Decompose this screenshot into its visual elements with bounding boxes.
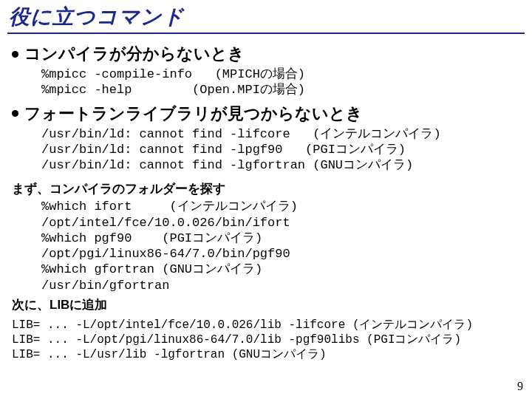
bullet-dot-icon — [12, 51, 18, 58]
title-underline — [7, 33, 525, 34]
bullet-2: フォートランライブラリが見つからないとき — [12, 103, 522, 125]
page-number: 9 — [517, 380, 523, 393]
code-block-4: LIB= ... -L/opt/intel/fce/10.0.026/lib -… — [12, 318, 522, 362]
slide-title: 役に立つコマンド — [9, 3, 185, 31]
slide-content: コンパイラが分からないとき %mpicc -compile-info (MPIC… — [12, 41, 522, 362]
code-block-1: %mpicc -compile-info (MPICHの場合) %mpicc -… — [41, 66, 522, 98]
code-block-3: %which ifort (インテルコンパイラ) /opt/intel/fce/… — [41, 199, 522, 293]
bullet-1: コンパイラが分からないとき — [12, 43, 522, 65]
bullet-2-text: フォートランライブラリが見つからないとき — [24, 103, 363, 125]
slide: 役に立つコマンド コンパイラが分からないとき %mpicc -compile-i… — [0, 0, 532, 399]
bullet-dot-icon — [12, 110, 18, 117]
bullet-1-text: コンパイラが分からないとき — [24, 43, 245, 65]
code-block-2: /usr/bin/ld: cannot find -lifcore (インテルコ… — [41, 126, 522, 174]
subheading-2: 次に、LIBに追加 — [12, 296, 522, 313]
subheading-1: まず、コンパイラのフォルダーを探す — [12, 180, 522, 197]
